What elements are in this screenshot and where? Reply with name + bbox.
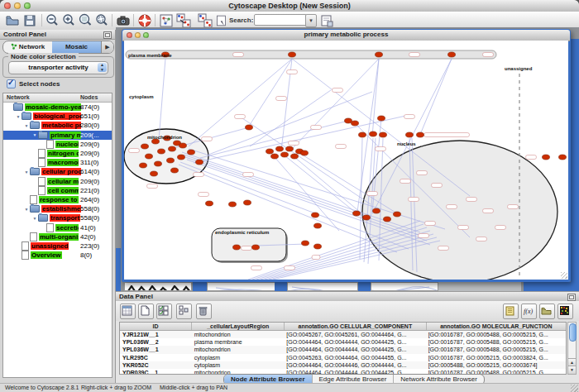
table-cell[interactable]: [GO:0045263, GO:0044464, GO:0044455, G..… — [284, 354, 425, 361]
zoom-selected-icon[interactable] — [94, 13, 109, 28]
network-node[interactable] — [206, 201, 213, 206]
network-node[interactable] — [406, 132, 414, 137]
select-nodes-option[interactable]: Select nodes — [7, 79, 60, 88]
expand-arrow-icon[interactable]: ▼ — [31, 216, 38, 221]
network-node[interactable] — [352, 121, 359, 126]
float-panel-icon[interactable] — [103, 31, 112, 39]
expand-arrow-icon[interactable]: ▼ — [23, 123, 30, 128]
new-attribute-icon[interactable] — [138, 304, 154, 319]
tab-network[interactable]: Network — [3, 41, 52, 53]
network-node[interactable] — [380, 132, 387, 137]
network-node[interactable] — [178, 155, 185, 160]
tree-item-primary-metab[interactable]: ▼primary metab209(... — [3, 131, 112, 140]
table-cell[interactable]: cytoplasm — [192, 354, 285, 361]
network-node[interactable] — [289, 52, 296, 57]
annotation-pad-icon[interactable] — [503, 304, 519, 319]
network-node[interactable] — [188, 150, 195, 155]
network-overview-icon[interactable] — [159, 13, 174, 28]
scroll-down-button[interactable]: ▼ — [568, 366, 576, 374]
table-cell[interactable]: [GO:0005488, GO:0005215, GO:0003674] — [426, 361, 566, 369]
network-edge[interactable] — [294, 157, 366, 217]
table-cell[interactable]: YLR295C — [120, 354, 192, 361]
network-node[interactable] — [158, 149, 165, 154]
import-attributes-icon[interactable] — [539, 304, 555, 319]
tree-item-cellular-process[interactable]: ▼cellular process614(0) — [3, 167, 112, 176]
table-cell[interactable]: mitochondrion — [192, 331, 285, 338]
tree-item-establishment-of-lo[interactable]: ▼establishment of lo558(0) — [3, 204, 112, 213]
open-session-icon[interactable] — [5, 13, 20, 28]
network-node[interactable] — [252, 245, 260, 250]
network-edge[interactable] — [194, 115, 409, 163]
network-node[interactable] — [169, 146, 176, 151]
table-cell[interactable]: [GO:0016787, GO:0005488, GO:0005215, G..… — [426, 346, 566, 353]
network-node[interactable] — [363, 215, 371, 220]
tree-item-nucleobase-[interactable]: nucleobase-209(0) — [3, 140, 112, 149]
table-cell[interactable]: cytoplasm — [192, 361, 285, 369]
table-scrollbar[interactable]: ▲ ▼ — [567, 322, 577, 375]
network-node[interactable] — [229, 202, 237, 207]
tree-item-unassigned[interactable]: unassigned223(0) — [3, 241, 112, 251]
network-node[interactable] — [146, 154, 153, 159]
tree-item-response-to-stimulu[interactable]: response to stimulu264(0) — [3, 195, 112, 204]
search-dropdown-button[interactable]: ▼ — [305, 14, 317, 27]
network-node[interactable] — [171, 168, 179, 173]
float-panel-icon[interactable] — [567, 294, 576, 301]
network-node[interactable] — [543, 155, 550, 160]
network-node[interactable] — [312, 213, 319, 218]
table-cell[interactable]: mitochondrion — [192, 346, 285, 353]
unselect-attributes-icon[interactable] — [176, 304, 192, 319]
table-cell[interactable]: [GO:0044464, GO:0044446, GO:0044444, G..… — [284, 361, 425, 369]
save-session-icon[interactable] — [22, 13, 37, 28]
table-cell[interactable]: YPL036W__2 — [120, 338, 192, 346]
network-window-titlebar[interactable]: primary metabolic process — [122, 30, 570, 41]
network-node[interactable] — [353, 211, 361, 216]
network-node[interactable] — [302, 241, 309, 246]
search-options-icon[interactable] — [319, 13, 334, 28]
network-node[interactable] — [345, 118, 352, 123]
network-node[interactable] — [559, 155, 567, 160]
network-node[interactable] — [448, 52, 456, 57]
tree-item-secretion[interactable]: secretion41(0) — [3, 222, 112, 232]
table-cell[interactable]: YDR039C__1 — [120, 369, 192, 375]
table-cell[interactable]: plasma membrane — [192, 338, 285, 346]
tree-item-multi-organism-pro[interactable]: multi-organism pro42(0) — [3, 232, 112, 241]
table-cell[interactable]: [GO:0016787, GO:0005488, GO:0005215, G..… — [426, 338, 566, 346]
expand-arrow-icon[interactable]: ▼ — [15, 114, 22, 119]
heatmap-icon[interactable] — [557, 304, 573, 319]
help-lifesaver-icon[interactable] — [137, 13, 152, 28]
tree-item-macromolecule[interactable]: macromolecule311(0) — [3, 158, 112, 167]
expand-arrow-icon[interactable]: ▼ — [31, 132, 38, 137]
table-cell[interactable]: [GO:0044464, GO:0044444, GO:0044425, G..… — [284, 338, 425, 346]
network-node[interactable] — [276, 146, 284, 151]
tree-item-cellular-metabo[interactable]: cellular metabo209(0) — [3, 177, 112, 186]
network-node[interactable] — [167, 158, 175, 163]
col-id[interactable]: ID — [120, 323, 192, 330]
col-cellular-layout-region[interactable]: _cellularLayoutRegion — [192, 323, 285, 330]
zoom-in-icon[interactable] — [61, 13, 76, 28]
network-node[interactable] — [141, 144, 149, 149]
annotation-icon[interactable] — [215, 13, 227, 28]
network-node[interactable] — [370, 131, 377, 136]
table-row[interactable]: YLR295Ccytoplasm[GO:0045263, GO:0044464,… — [120, 354, 566, 361]
network-node[interactable] — [140, 163, 147, 168]
table-row[interactable]: YJR121W__1mitochondrion[GO:0045267, GO:0… — [120, 331, 566, 338]
table-row[interactable]: YKR052Ccytoplasm[GO:0044464, GO:0044446,… — [120, 361, 566, 369]
tree-item-biological-process[interactable]: ▼biological_process651(0) — [3, 112, 112, 121]
table-cell[interactable]: [GO:0044464, GO:0044444, GO:0044425, G..… — [284, 346, 425, 353]
window-resize-grip[interactable] — [561, 272, 567, 279]
more-tabs-button[interactable]: ▶ — [101, 41, 113, 53]
network-node[interactable] — [373, 208, 380, 213]
network-node[interactable] — [281, 152, 289, 157]
table-cell[interactable]: YPL036W__1 — [120, 346, 192, 353]
network-canvas[interactable]: plasma membranecytoplasmmitochondrionnuc… — [124, 41, 568, 280]
expand-arrow-icon[interactable]: ▼ — [23, 170, 30, 174]
tree-item-metabolic-process[interactable]: ▼metabolic process280(0) — [3, 121, 112, 130]
col-go-cellular-component[interactable]: annotation.GO CELLULAR_COMPONENT — [285, 323, 426, 330]
expand-network-icon[interactable] — [176, 13, 191, 28]
table-row[interactable]: YPL036W__1mitochondrion[GO:0044464, GO:0… — [120, 346, 566, 353]
resize-grip[interactable] — [571, 385, 578, 392]
tree-item-transport[interactable]: ▼transport558(0) — [3, 213, 112, 222]
network-node[interactable] — [286, 146, 294, 151]
network-node[interactable] — [378, 116, 385, 121]
network-edge[interactable] — [189, 59, 292, 146]
